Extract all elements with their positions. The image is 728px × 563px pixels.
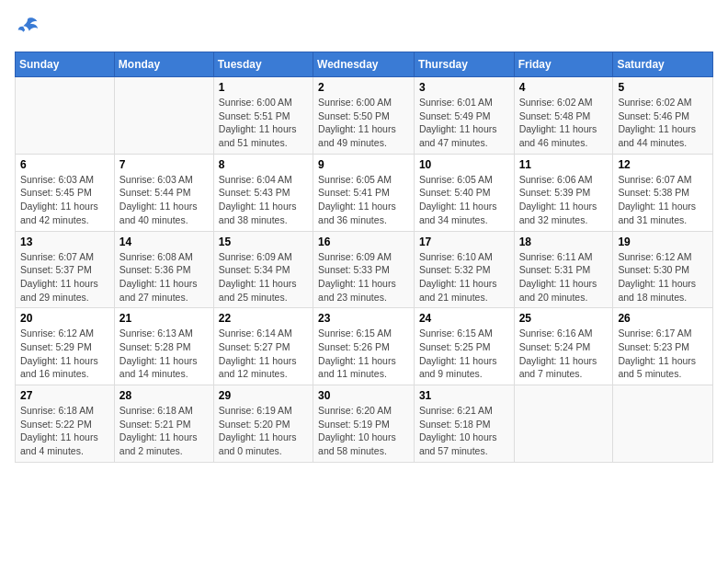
weekday-header-wednesday: Wednesday	[313, 52, 415, 77]
weekday-header-sunday: Sunday	[16, 52, 115, 77]
calendar-cell: 6Sunrise: 6:03 AMSunset: 5:45 PMDaylight…	[16, 154, 115, 231]
day-info: Sunrise: 6:18 AMSunset: 5:22 PMDaylight:…	[20, 404, 109, 458]
day-number: 6	[20, 158, 109, 171]
calendar-header: SundayMondayTuesdayWednesdayThursdayFrid…	[16, 52, 713, 77]
calendar-cell: 22Sunrise: 6:14 AMSunset: 5:27 PMDayligh…	[213, 308, 313, 385]
day-info: Sunrise: 6:00 AMSunset: 5:51 PMDaylight:…	[219, 96, 308, 150]
calendar-cell: 23Sunrise: 6:15 AMSunset: 5:26 PMDayligh…	[313, 308, 415, 385]
day-info: Sunrise: 6:04 AMSunset: 5:43 PMDaylight:…	[219, 173, 308, 227]
calendar-cell: 15Sunrise: 6:09 AMSunset: 5:34 PMDayligh…	[213, 231, 313, 308]
calendar-cell: 30Sunrise: 6:20 AMSunset: 5:19 PMDayligh…	[313, 385, 415, 463]
day-number: 4	[519, 81, 609, 94]
day-number: 20	[20, 312, 109, 325]
calendar-cell: 3Sunrise: 6:01 AMSunset: 5:49 PMDaylight…	[414, 77, 514, 155]
day-info: Sunrise: 6:15 AMSunset: 5:26 PMDaylight:…	[318, 327, 409, 381]
calendar-cell: 7Sunrise: 6:03 AMSunset: 5:44 PMDaylight…	[114, 154, 213, 231]
logo-icon	[15, 15, 40, 40]
calendar-cell: 27Sunrise: 6:18 AMSunset: 5:22 PMDayligh…	[16, 385, 115, 463]
calendar-cell: 11Sunrise: 6:06 AMSunset: 5:39 PMDayligh…	[514, 154, 613, 231]
calendar-cell: 16Sunrise: 6:09 AMSunset: 5:33 PMDayligh…	[313, 231, 415, 308]
weekday-header-saturday: Saturday	[613, 52, 713, 77]
day-number: 16	[318, 236, 409, 248]
calendar-cell	[16, 77, 115, 155]
day-info: Sunrise: 6:18 AMSunset: 5:21 PMDaylight:…	[119, 404, 209, 458]
day-info: Sunrise: 6:12 AMSunset: 5:30 PMDaylight:…	[618, 250, 708, 304]
day-number: 24	[419, 312, 509, 325]
calendar-cell: 5Sunrise: 6:02 AMSunset: 5:46 PMDaylight…	[613, 77, 713, 155]
calendar-cell: 28Sunrise: 6:18 AMSunset: 5:21 PMDayligh…	[114, 385, 213, 463]
day-number: 10	[419, 158, 509, 171]
day-info: Sunrise: 6:14 AMSunset: 5:27 PMDaylight:…	[219, 327, 308, 381]
day-info: Sunrise: 6:01 AMSunset: 5:49 PMDaylight:…	[419, 96, 509, 150]
day-number: 27	[20, 389, 109, 402]
day-info: Sunrise: 6:09 AMSunset: 5:34 PMDaylight:…	[219, 250, 308, 304]
calendar-week-1: 1Sunrise: 6:00 AMSunset: 5:51 PMDaylight…	[16, 77, 713, 155]
day-number: 2	[318, 81, 409, 94]
calendar-cell: 10Sunrise: 6:05 AMSunset: 5:40 PMDayligh…	[414, 154, 514, 231]
day-number: 1	[219, 81, 308, 94]
day-info: Sunrise: 6:08 AMSunset: 5:36 PMDaylight:…	[119, 250, 209, 304]
day-info: Sunrise: 6:03 AMSunset: 5:45 PMDaylight:…	[20, 173, 109, 227]
calendar-cell	[613, 385, 713, 463]
day-info: Sunrise: 6:05 AMSunset: 5:40 PMDaylight:…	[419, 173, 509, 227]
calendar-cell: 25Sunrise: 6:16 AMSunset: 5:24 PMDayligh…	[514, 308, 613, 385]
day-info: Sunrise: 6:15 AMSunset: 5:25 PMDaylight:…	[419, 327, 509, 381]
calendar-cell: 12Sunrise: 6:07 AMSunset: 5:38 PMDayligh…	[613, 154, 713, 231]
day-number: 7	[119, 158, 209, 171]
day-number: 3	[419, 81, 509, 94]
day-info: Sunrise: 6:02 AMSunset: 5:46 PMDaylight:…	[618, 96, 708, 150]
calendar-week-2: 6Sunrise: 6:03 AMSunset: 5:45 PMDaylight…	[16, 154, 713, 231]
weekday-header-friday: Friday	[514, 52, 613, 77]
day-number: 12	[618, 158, 708, 171]
day-info: Sunrise: 6:06 AMSunset: 5:39 PMDaylight:…	[519, 173, 609, 227]
page-header	[15, 15, 713, 40]
day-info: Sunrise: 6:13 AMSunset: 5:28 PMDaylight:…	[119, 327, 209, 381]
day-number: 18	[519, 236, 609, 248]
day-number: 26	[618, 312, 708, 325]
day-number: 30	[318, 389, 409, 402]
day-number: 22	[219, 312, 308, 325]
day-number: 29	[219, 389, 308, 402]
day-number: 11	[519, 158, 609, 171]
calendar-week-3: 13Sunrise: 6:07 AMSunset: 5:37 PMDayligh…	[16, 231, 713, 308]
calendar-cell: 19Sunrise: 6:12 AMSunset: 5:30 PMDayligh…	[613, 231, 713, 308]
day-number: 23	[318, 312, 409, 325]
calendar-cell: 1Sunrise: 6:00 AMSunset: 5:51 PMDaylight…	[213, 77, 313, 155]
day-number: 5	[618, 81, 708, 94]
day-info: Sunrise: 6:11 AMSunset: 5:31 PMDaylight:…	[519, 250, 609, 304]
weekday-header-monday: Monday	[114, 52, 213, 77]
day-number: 21	[119, 312, 209, 325]
day-info: Sunrise: 6:21 AMSunset: 5:18 PMDaylight:…	[419, 404, 509, 458]
logo	[15, 15, 44, 40]
calendar-cell: 31Sunrise: 6:21 AMSunset: 5:18 PMDayligh…	[414, 385, 514, 463]
day-number: 13	[20, 236, 109, 248]
calendar-cell: 9Sunrise: 6:05 AMSunset: 5:41 PMDaylight…	[313, 154, 415, 231]
day-info: Sunrise: 6:19 AMSunset: 5:20 PMDaylight:…	[219, 404, 308, 458]
day-info: Sunrise: 6:20 AMSunset: 5:19 PMDaylight:…	[318, 404, 409, 458]
day-info: Sunrise: 6:05 AMSunset: 5:41 PMDaylight:…	[318, 173, 409, 227]
calendar-cell: 13Sunrise: 6:07 AMSunset: 5:37 PMDayligh…	[16, 231, 115, 308]
calendar-body: 1Sunrise: 6:00 AMSunset: 5:51 PMDaylight…	[16, 77, 713, 463]
day-info: Sunrise: 6:00 AMSunset: 5:50 PMDaylight:…	[318, 96, 409, 150]
day-number: 25	[519, 312, 609, 325]
calendar-cell: 8Sunrise: 6:04 AMSunset: 5:43 PMDaylight…	[213, 154, 313, 231]
calendar-cell	[114, 77, 213, 155]
calendar-cell	[514, 385, 613, 463]
weekday-header-row: SundayMondayTuesdayWednesdayThursdayFrid…	[16, 52, 713, 77]
day-info: Sunrise: 6:03 AMSunset: 5:44 PMDaylight:…	[119, 173, 209, 227]
day-info: Sunrise: 6:02 AMSunset: 5:48 PMDaylight:…	[519, 96, 609, 150]
day-number: 17	[419, 236, 509, 248]
day-info: Sunrise: 6:16 AMSunset: 5:24 PMDaylight:…	[519, 327, 609, 381]
day-number: 15	[219, 236, 308, 248]
day-info: Sunrise: 6:10 AMSunset: 5:32 PMDaylight:…	[419, 250, 509, 304]
day-info: Sunrise: 6:12 AMSunset: 5:29 PMDaylight:…	[20, 327, 109, 381]
calendar-cell: 18Sunrise: 6:11 AMSunset: 5:31 PMDayligh…	[514, 231, 613, 308]
day-number: 19	[618, 236, 708, 248]
day-number: 31	[419, 389, 509, 402]
calendar-week-4: 20Sunrise: 6:12 AMSunset: 5:29 PMDayligh…	[16, 308, 713, 385]
day-number: 28	[119, 389, 209, 402]
calendar-cell: 29Sunrise: 6:19 AMSunset: 5:20 PMDayligh…	[213, 385, 313, 463]
calendar-cell: 20Sunrise: 6:12 AMSunset: 5:29 PMDayligh…	[16, 308, 115, 385]
weekday-header-tuesday: Tuesday	[213, 52, 313, 77]
calendar-cell: 17Sunrise: 6:10 AMSunset: 5:32 PMDayligh…	[414, 231, 514, 308]
